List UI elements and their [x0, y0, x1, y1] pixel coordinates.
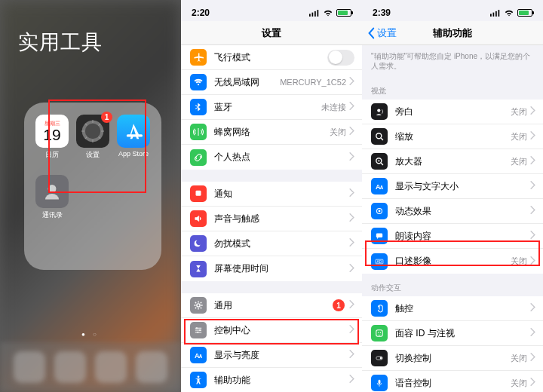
chevron-right-icon — [349, 188, 354, 199]
chevron-right-icon — [349, 300, 354, 311]
nav-title: 设置 — [262, 26, 281, 40]
section-note: "辅助功能"可帮助您自定 iPhone，以满足您的个人需求。 — [362, 45, 543, 77]
signal-icon — [309, 10, 320, 17]
navbar: 设置 辅助功能 — [362, 21, 543, 45]
home-folder-panel: 实用工具 星期三 19 日历 1 设置 App Store 通 — [0, 0, 181, 392]
magnifier-icon — [371, 153, 388, 170]
switchctl-icon — [371, 350, 388, 366]
status-bar: 2:39 — [362, 0, 543, 21]
toggle-switch[interactable] — [327, 50, 354, 66]
row-label: 切换控制 — [395, 352, 511, 365]
svg-rect-11 — [309, 14, 311, 17]
voiceover-icon — [371, 103, 388, 120]
settings-row-bluetooth[interactable]: 蓝牙未连接 — [181, 95, 362, 120]
svg-rect-12 — [312, 12, 314, 16]
moon-icon — [190, 235, 207, 252]
svg-rect-51 — [379, 380, 381, 384]
row-label: 无线局域网 — [214, 76, 280, 89]
settings-row-textsize[interactable]: AA显示与亮度 — [181, 343, 362, 368]
settings-row-zoom[interactable]: 缩放关闭 — [362, 124, 543, 149]
app-label: 通讯录 — [42, 210, 63, 220]
speaker-icon — [190, 210, 207, 227]
motion-icon — [371, 203, 388, 219]
accessibility-icon — [190, 372, 207, 388]
svg-rect-14 — [318, 10, 319, 17]
svg-rect-13 — [314, 11, 316, 16]
settings-row-gear[interactable]: 通用1 — [181, 293, 362, 318]
settings-row-voiceover[interactable]: 旁白关闭 — [362, 100, 543, 124]
svg-rect-15 — [196, 191, 201, 196]
highlight-box — [48, 100, 146, 193]
chevron-right-icon — [530, 378, 535, 388]
wifi-icon — [323, 10, 333, 17]
svg-point-22 — [198, 375, 200, 378]
settings-row-link[interactable]: 个人热点 — [181, 145, 362, 170]
svg-rect-33 — [493, 12, 495, 16]
dock-blurred — [0, 342, 181, 392]
chevron-right-icon — [530, 353, 535, 363]
row-label: 声音与触感 — [214, 213, 349, 225]
back-button[interactable]: 设置 — [367, 26, 397, 40]
settings-row-hourglass[interactable]: 屏幕使用时间 — [181, 256, 362, 281]
row-label: 显示与亮度 — [214, 349, 349, 362]
chevron-right-icon — [349, 375, 354, 385]
settings-row-wifi[interactable]: 无线局域网MERCURY_1C52 — [181, 70, 362, 95]
row-value: 关闭 — [511, 106, 527, 118]
svg-text:A: A — [199, 354, 203, 359]
row-label: 通知 — [214, 188, 349, 201]
row-label: 语音控制 — [395, 377, 511, 390]
settings-row-magnifier[interactable]: 放大器关闭 — [362, 149, 543, 174]
folder-title: 实用工具 — [18, 29, 181, 56]
touch-icon — [371, 300, 388, 317]
chevron-right-icon — [530, 106, 535, 117]
settings-row-textsize[interactable]: AA显示与文字大小 — [362, 174, 543, 199]
row-label: 蜂窝网络 — [214, 126, 330, 139]
bluetooth-icon — [190, 99, 207, 115]
row-label: 旁白 — [395, 106, 511, 118]
row-badge: 1 — [333, 299, 345, 311]
chevron-right-icon — [530, 328, 535, 338]
row-value: 关闭 — [511, 378, 527, 389]
row-label: 屏幕使用时间 — [214, 262, 349, 275]
row-label: 放大器 — [395, 155, 511, 168]
svg-rect-34 — [495, 11, 497, 16]
accessibility-panel: 2:39 设置 辅助功能 "辅助功能"可帮助您自定 iPhone，以满足您的个人… — [362, 0, 543, 392]
status-right — [309, 9, 351, 17]
back-label: 设置 — [377, 26, 397, 40]
row-value: 关闭 — [511, 353, 527, 364]
chevron-right-icon — [349, 152, 354, 163]
settings-row-motion[interactable]: 动态效果 — [362, 199, 543, 224]
zoom-icon — [371, 128, 388, 145]
chevron-right-icon — [530, 206, 535, 216]
settings-row-switchctl[interactable]: 切换控制关闭 — [362, 346, 543, 371]
settings-row-speaker[interactable]: 声音与触感 — [181, 207, 362, 231]
row-label: 显示与文字大小 — [395, 180, 530, 193]
wifi-icon — [190, 74, 207, 90]
status-right — [490, 9, 532, 17]
faceid-icon — [371, 325, 388, 341]
settings-row-antenna[interactable]: 蜂窝网络关闭 — [181, 120, 362, 145]
hourglass-icon — [190, 261, 207, 277]
page-indicator: ● ○ — [0, 331, 181, 338]
svg-rect-43 — [376, 234, 382, 238]
battery-icon — [336, 9, 351, 17]
battery-icon — [517, 9, 532, 17]
svg-point-48 — [380, 332, 381, 333]
settings-root-panel: 2:20 设置 飞行模式无线局域网MERCURY_1C52蓝牙未连接蜂窝网络关闭… — [181, 0, 362, 392]
settings-row-accessibility[interactable]: 辅助功能 — [181, 368, 362, 392]
antenna-icon — [190, 124, 207, 140]
chevron-right-icon — [349, 127, 354, 137]
row-label: 个人热点 — [214, 151, 349, 164]
settings-row-moon[interactable]: 勿扰模式 — [181, 231, 362, 256]
airplane-icon — [190, 49, 207, 66]
settings-row-faceid[interactable]: 面容 ID 与注视 — [362, 321, 543, 346]
status-time: 2:20 — [192, 8, 210, 18]
chevron-right-icon — [349, 77, 354, 87]
settings-row-voicectl[interactable]: 语音控制关闭 — [362, 371, 543, 392]
settings-row-touch[interactable]: 触控 — [362, 296, 543, 321]
nav-title: 辅助功能 — [433, 26, 472, 40]
settings-row-bell[interactable]: 通知 — [181, 182, 362, 207]
settings-row-airplane[interactable]: 飞行模式 — [181, 45, 362, 70]
svg-rect-35 — [499, 10, 500, 17]
highlight-box — [365, 240, 540, 266]
